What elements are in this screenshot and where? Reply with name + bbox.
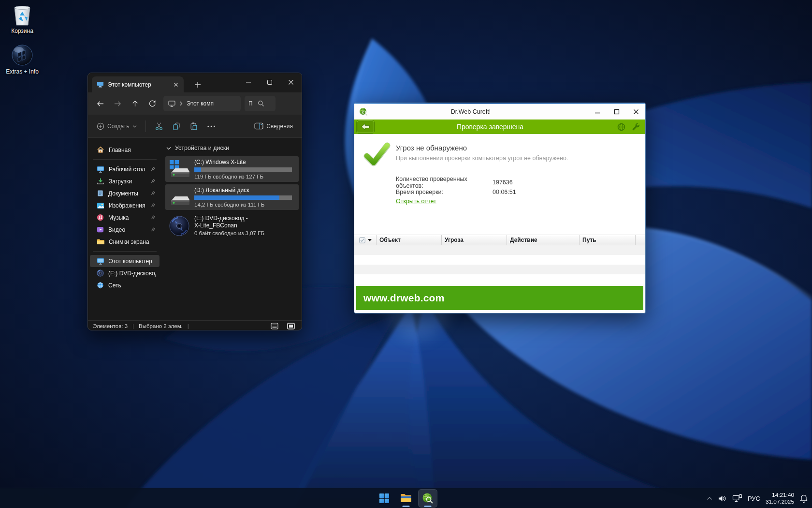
explorer-status-bar: Элементов: 3 | Выбрано 2 элем. | — [88, 320, 302, 330]
window-minimize-button[interactable] — [238, 73, 259, 91]
up-button[interactable] — [127, 96, 143, 111]
taskbar-file-explorer-button[interactable] — [396, 489, 416, 508]
recycle-bin-icon — [12, 4, 33, 26]
sidebar-item-dvd-drive[interactable]: (E:) DVD-дисковод - — [90, 267, 160, 279]
drweb-title-bar: Dr.Web CureIt! — [354, 104, 645, 120]
wrench-icon[interactable] — [631, 123, 639, 131]
sidebar-item-videos[interactable]: Видео — [90, 224, 160, 236]
sidebar-item-label: Рабочий стол — [109, 166, 145, 173]
pin-icon — [150, 203, 156, 209]
drive-c-item[interactable]: (C:) Windows X-Lite 119 ГБ свободно из 1… — [165, 156, 299, 182]
column-header-action[interactable]: Действие — [507, 235, 580, 245]
sidebar-item-label: Изображения — [109, 202, 145, 209]
copy-button[interactable] — [169, 119, 184, 134]
search-box[interactable]: П — [245, 96, 276, 111]
select-all-header-cell[interactable] — [354, 235, 377, 245]
tab-close-icon[interactable] — [172, 81, 180, 89]
start-button[interactable] — [375, 489, 394, 508]
drive-capacity-bar — [194, 167, 292, 172]
cut-button[interactable] — [152, 119, 166, 134]
sidebar-item-home[interactable]: Главная — [90, 144, 160, 156]
chevron-down-icon — [132, 125, 137, 128]
scan-result-panel: Угроз не обнаружено При выполнении прове… — [354, 134, 645, 235]
language-indicator[interactable]: РУС — [748, 495, 760, 502]
sidebar-item-label: Загрузки — [109, 178, 145, 185]
drive-free-space: 14,2 ГБ свободно из 111 ГБ — [194, 202, 296, 208]
search-icon — [258, 100, 264, 107]
large-icons-view-button[interactable] — [285, 322, 297, 330]
sidebar-divider — [93, 159, 157, 160]
sidebar-item-network[interactable]: Сеть — [90, 279, 160, 291]
forward-button[interactable] — [109, 96, 126, 111]
open-report-link[interactable]: Открыть отчет — [396, 198, 436, 205]
drive-capacity-bar — [194, 195, 292, 200]
volume-icon[interactable] — [718, 494, 727, 503]
time: 14:21:40 — [766, 492, 794, 498]
column-header-object[interactable]: Объект — [377, 235, 442, 245]
sidebar-item-screenshots[interactable]: Снимки экрана — [90, 236, 160, 248]
items-count: Элементов: 3 — [93, 323, 128, 329]
taskbar-drweb-button[interactable] — [418, 489, 437, 508]
explorer-tab-strip: Этот компьютер — [88, 73, 302, 92]
tab-this-pc[interactable]: Этот компьютер — [92, 76, 184, 92]
window-minimize-button[interactable] — [592, 106, 603, 117]
pin-icon — [150, 179, 156, 184]
details-pane-button[interactable]: Сведения — [251, 120, 296, 133]
new-tab-button[interactable] — [192, 79, 203, 90]
hidden-icons-chevron[interactable] — [707, 496, 712, 500]
sidebar-item-music[interactable]: Музыка — [90, 211, 160, 224]
cut-icon — [155, 122, 163, 131]
pin-icon — [150, 227, 156, 233]
stat-value-objects: 197636 — [493, 179, 513, 186]
sidebar-item-label: Главная — [109, 147, 156, 153]
window-close-button[interactable] — [280, 73, 302, 91]
back-button[interactable] — [92, 96, 108, 111]
drweb-banner[interactable]: www.drweb.com — [356, 286, 643, 310]
paste-button[interactable] — [187, 119, 201, 134]
paste-icon — [189, 122, 198, 131]
globe-icon[interactable] — [617, 123, 625, 131]
column-header-empty — [636, 235, 645, 245]
devices-and-drives-section-header[interactable]: Устройства и диски — [166, 145, 299, 151]
notifications-bell-icon[interactable] — [799, 494, 808, 503]
network-icon[interactable] — [732, 494, 742, 503]
sidebar-item-this-pc[interactable]: Этот компьютер — [90, 255, 160, 267]
drive-d-item[interactable]: (D:) Локальный диск 14,2 ГБ свободно из … — [165, 184, 299, 210]
window-maximize-button[interactable] — [259, 73, 280, 91]
tab-title: Этот компьютер — [108, 81, 168, 88]
address-bar[interactable]: Этот комп — [163, 96, 241, 111]
this-pc-icon — [168, 101, 175, 107]
pin-icon — [150, 215, 156, 221]
system-tray: РУС 14:21:40 31.07.2025 — [707, 488, 808, 508]
window-close-button[interactable] — [631, 106, 641, 117]
desktop-icon-extras-info[interactable]: Extras + Info — [5, 44, 40, 75]
chevron-down-icon — [166, 147, 171, 150]
sidebar-item-desktop[interactable]: Рабочий стол — [90, 163, 160, 175]
desktop-icon-recycle-bin[interactable]: Корзина — [5, 4, 40, 34]
sidebar-item-pictures[interactable]: Изображения — [90, 199, 160, 211]
more-options-button[interactable] — [204, 122, 218, 131]
explorer-content-pane: Устройства и диски (C:) Wind — [161, 138, 302, 320]
windows-start-icon — [379, 493, 390, 504]
create-new-button[interactable]: Создать — [94, 120, 140, 133]
drive-capacity-fill — [194, 167, 201, 172]
status-divider: | — [132, 323, 134, 329]
desktop: Корзина Extras + Info Этот компьютер — [0, 0, 812, 508]
desktop-icon-label: Extras + Info — [5, 68, 40, 75]
sidebar-item-downloads[interactable]: Загрузки — [90, 175, 160, 187]
running-indicator — [424, 506, 432, 507]
column-header-path[interactable]: Путь — [580, 235, 636, 245]
dvd-drive-item[interactable]: (E:) DVD-дисковод - X-Lite_FBConan 0 бай… — [165, 212, 299, 239]
drweb-cureit-icon — [422, 493, 434, 504]
window-maximize-button[interactable] — [611, 106, 622, 117]
dvd-disc-icon — [97, 269, 104, 277]
refresh-button[interactable] — [144, 96, 160, 111]
details-view-button[interactable] — [269, 322, 280, 330]
sidebar-item-documents[interactable]: Документы — [90, 187, 160, 199]
column-header-threat[interactable]: Угроза — [442, 235, 507, 245]
search-input[interactable]: П — [248, 100, 253, 107]
ellipsis-icon — [207, 125, 216, 128]
clock[interactable]: 14:21:40 31.07.2025 — [766, 492, 794, 505]
back-button[interactable] — [357, 120, 374, 133]
result-subtitle: При выполнении проверки компьютера угроз… — [396, 155, 568, 162]
